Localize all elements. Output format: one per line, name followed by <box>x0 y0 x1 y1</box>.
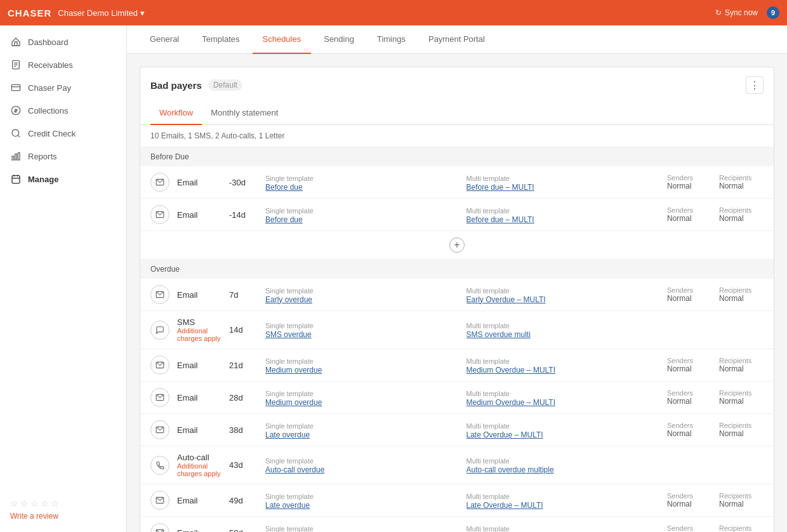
svg-line-9 <box>18 135 20 137</box>
senders-col: Senders Normal <box>667 389 711 406</box>
recipients-col: Recipients Normal <box>719 492 764 509</box>
type-name: Email <box>177 290 222 300</box>
review-section: ☆ ☆ ☆ ☆ ☆ Write a review <box>0 492 126 527</box>
senders-col: Senders Normal <box>667 206 711 223</box>
sidebar-item-reports[interactable]: Reports <box>0 145 126 168</box>
recipients-col: Recipients Normal <box>719 286 764 303</box>
sidebar-label-collections: Collections <box>28 106 69 116</box>
svg-rect-4 <box>11 84 20 90</box>
type-name: Email <box>177 210 222 220</box>
add-before-due-button[interactable]: + <box>449 237 465 253</box>
single-template-col: Single template Medium overdue <box>265 389 459 407</box>
topnav-left: CHASER Chaser Demo Limited ▾ <box>8 8 145 18</box>
card-header: Bad payers Default ⋮ <box>140 67 774 94</box>
tab-sending[interactable]: Sending <box>314 25 364 54</box>
email-icon <box>150 356 169 375</box>
card-header-left: Bad payers Default <box>150 79 242 91</box>
star-2[interactable]: ☆ <box>20 498 29 509</box>
star-1[interactable]: ☆ <box>10 498 18 509</box>
email-icon <box>150 388 169 407</box>
tab-templates[interactable]: Templates <box>192 25 249 54</box>
single-template-col: Single template Late overdue <box>265 491 459 510</box>
notification-badge[interactable]: 9 <box>767 6 779 19</box>
single-template-link[interactable]: Before due <box>265 215 459 224</box>
multi-template-col: Multi template Late Overdue – MULTI <box>466 421 660 439</box>
email-icon <box>150 523 169 532</box>
recipients-label: Recipients <box>719 174 764 182</box>
single-template-label: Single template <box>265 207 314 215</box>
table-row: SMS Additional charges apply 14d Single … <box>140 311 774 349</box>
sidebar-item-collections[interactable]: Collections <box>0 99 126 122</box>
search-icon <box>10 128 22 139</box>
single-template-link[interactable]: Before due <box>265 183 459 192</box>
single-template-col: Single template Late overdue <box>265 524 459 533</box>
senders-label: Senders <box>667 174 711 182</box>
tab-general[interactable]: General <box>140 25 189 54</box>
email-icon <box>150 205 169 224</box>
svg-rect-10 <box>12 156 14 160</box>
senders-col: Senders Escalated <box>667 524 711 532</box>
chevron-down-icon: ▾ <box>140 8 145 18</box>
card-subtitle: Default <box>208 79 242 91</box>
multi-template-col: Multi template Late Overdue – MULTI <box>466 491 660 510</box>
multi-template-link[interactable]: Before due – MULTI <box>466 215 660 224</box>
tab-schedules[interactable]: Schedules <box>253 25 312 54</box>
star-4[interactable]: ☆ <box>41 498 49 509</box>
days-value: 7d <box>229 290 258 300</box>
multi-template-col: Multi template Early Overdue – MULTI <box>466 286 660 304</box>
multi-template-col: Multi template SMS overdue multi <box>466 321 660 339</box>
days-value: 14d <box>229 325 258 335</box>
summary-line: 10 Emails, 1 SMS, 2 Auto-calls, 1 Letter <box>140 125 774 147</box>
multi-template-col: Multi template Medium Overdue – MULTI <box>466 389 660 407</box>
single-template-col: Single template Before due <box>265 206 459 224</box>
bar-chart-icon <box>10 150 22 162</box>
multi-template-label: Multi template <box>466 175 510 182</box>
autocall-icon <box>150 456 169 475</box>
recipients-value: Normal <box>719 182 764 190</box>
table-row: Email 7d Single template Early overdue M… <box>140 279 774 311</box>
sidebar-item-credit-check[interactable]: Credit Check <box>0 122 126 145</box>
senders-col: Senders Normal <box>667 174 711 190</box>
dollar-icon <box>10 105 22 116</box>
inner-tab-workflow[interactable]: Workflow <box>150 102 202 125</box>
email-icon <box>150 173 169 192</box>
charges-note: Additional charges apply <box>177 327 222 342</box>
inner-tab-monthly-statement[interactable]: Monthly statement <box>202 102 287 125</box>
sidebar-item-manage[interactable]: Manage <box>0 168 126 190</box>
recipients-col: Recipients Normal <box>719 174 764 190</box>
write-review-link[interactable]: Write a review <box>10 512 58 521</box>
table-row: Auto-call Additional charges apply 43d S… <box>140 446 774 484</box>
single-template-col: Single template Medium overdue <box>265 356 459 375</box>
tab-payment-portal[interactable]: Payment Portal <box>418 25 495 54</box>
sidebar: Dashboard Receivables Chaser Pay Collect… <box>0 25 127 532</box>
senders-col: Senders Normal <box>667 422 711 438</box>
sidebar-item-dashboard[interactable]: Dashboard <box>0 30 126 53</box>
type-name-sms: SMS Additional charges apply <box>177 317 222 342</box>
org-name[interactable]: Chaser Demo Limited ▾ <box>58 8 145 18</box>
sync-icon: ↻ <box>715 8 722 17</box>
single-template-col: Single template Early overdue <box>265 286 459 304</box>
recipients-col: Recipients Normal <box>719 389 764 406</box>
sync-button[interactable]: ↻ Sync now <box>715 8 758 17</box>
type-name-autocall: Auto-call Additional charges apply <box>177 453 222 477</box>
recipients-value: Normal <box>719 214 764 223</box>
tab-timings[interactable]: Timings <box>367 25 416 54</box>
multi-template-link[interactable]: Before due – MULTI <box>466 183 660 192</box>
star-3[interactable]: ☆ <box>30 498 39 509</box>
multi-template-col: Multi template Before due – MULTI <box>466 206 660 224</box>
sms-icon <box>150 321 169 340</box>
section-overdue: Overdue <box>140 260 774 279</box>
more-button[interactable]: ⋮ <box>746 76 764 94</box>
recipients-col: Recipients Normal <box>719 357 764 373</box>
email-icon <box>150 420 169 439</box>
type-name: Email <box>177 178 222 187</box>
recipients-col: Recipients Normal <box>719 422 764 438</box>
star-5[interactable]: ☆ <box>51 498 59 509</box>
single-template-label: Single template <box>265 175 314 182</box>
star-rating: ☆ ☆ ☆ ☆ ☆ <box>10 498 116 509</box>
sidebar-item-receivables[interactable]: Receivables <box>0 53 126 76</box>
app-body: Dashboard Receivables Chaser Pay Collect… <box>0 25 787 532</box>
sidebar-item-chaser-pay[interactable]: Chaser Pay <box>0 76 126 99</box>
single-template-col: Single template SMS overdue <box>265 321 459 339</box>
topnav-right: ↻ Sync now 9 <box>715 6 779 19</box>
